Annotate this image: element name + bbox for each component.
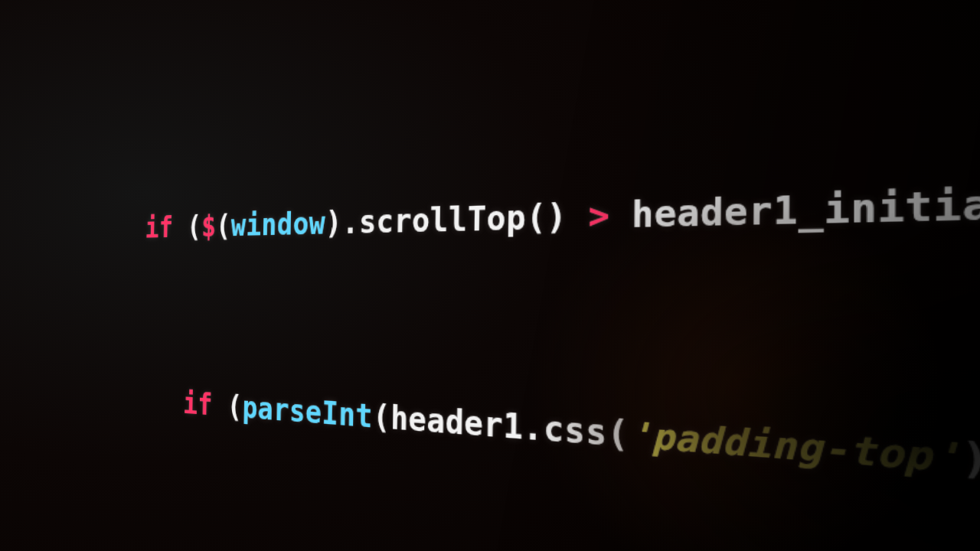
photo-of-screen: + header0_initialPadding + 'px'); if ($(… [0, 0, 980, 551]
code-line: if (parseInt(header1.css('padding-top'),… [0, 370, 980, 551]
code-line: header1.css('padding-top', '' + $(window… [0, 527, 980, 551]
code-line: + header0_initialPadding + 'px'); [0, 0, 980, 96]
code-editor-surface: + header0_initialPadding + 'px'); if ($(… [0, 0, 980, 551]
